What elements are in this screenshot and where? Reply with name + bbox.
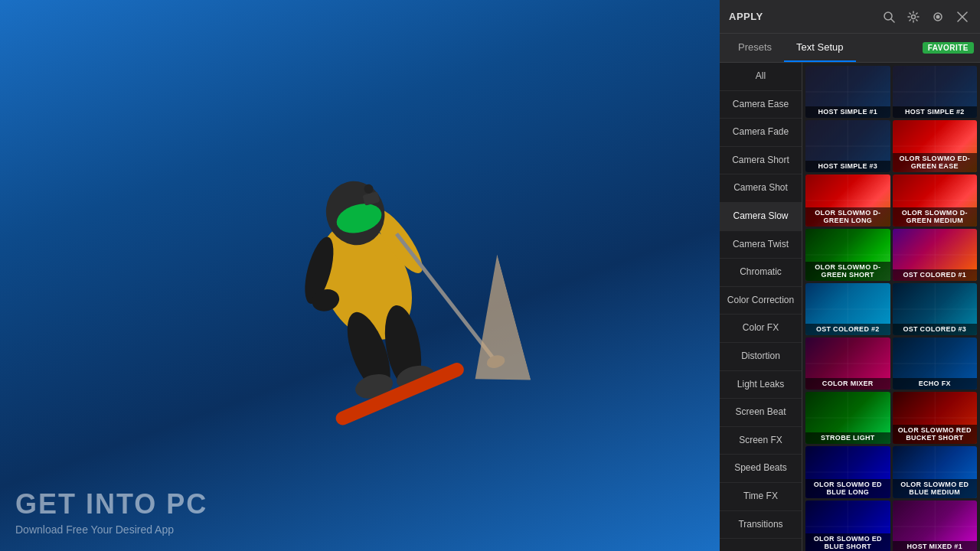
preset-thumb-17[interactable]: ★ OLOR SLOWMO ED BLUE SHORT: [805, 500, 890, 551]
category-item-camera-twist[interactable]: Camera Twist: [720, 231, 802, 259]
preset-thumb-9[interactable]: ★ OST COLORED #2: [805, 283, 890, 335]
category-item-time-fx[interactable]: Time FX: [720, 483, 802, 511]
tab-text-setup[interactable]: Text Setup: [784, 34, 855, 62]
preset-thumb-5[interactable]: ★ OLOR SLOWMO D-GREEN LONG: [805, 174, 890, 227]
preset-label: ECHO FX: [893, 378, 978, 390]
preset-thumb-14[interactable]: ★ OLOR SLOWMO RED BUCKET SHORT: [893, 392, 978, 444]
preset-label: OLOR SLOWMO ED BLUE LONG: [805, 479, 890, 498]
preset-label: OLOR SLOWMO D-GREEN MEDIUM: [893, 207, 978, 227]
preset-thumb-15[interactable]: ★ OLOR SLOWMO ED BLUE LONG: [805, 446, 890, 498]
category-item-light-leaks[interactable]: Light Leaks: [720, 371, 802, 399]
right-panel: APPLY: [720, 0, 980, 551]
preset-label: HOST MIXED #1: [893, 541, 978, 551]
watermark-title: GET INTO PC: [15, 488, 207, 520]
preset-label: OLOR SLOWMO ED BLUE SHORT: [805, 533, 890, 551]
category-item-transitions[interactable]: Transitions: [720, 511, 802, 540]
preset-label: OLOR SLOWMO ED-GREEN EASE: [893, 153, 978, 172]
category-item-screen-beat[interactable]: Screen Beat: [720, 399, 802, 427]
watermark-subtitle: Download Free Your Desired App: [15, 523, 207, 536]
category-item-color-correction[interactable]: Color Correction: [720, 287, 802, 315]
favorites-badge[interactable]: FAVORITE: [923, 42, 974, 54]
preset-label: OST COLORED #2: [805, 324, 890, 335]
preset-label: OLOR SLOWMO ED BLUE MEDIUM: [893, 479, 978, 498]
toolbar: APPLY: [720, 0, 980, 34]
preset-thumb-10[interactable]: ★ OST COLORED #3: [893, 283, 978, 335]
preset-label: OST COLORED #1: [893, 269, 978, 281]
category-item-camera-shot[interactable]: Camera Shot: [720, 174, 802, 203]
preset-thumb-12[interactable]: ★ ECHO FX: [893, 337, 978, 390]
preset-thumb-1[interactable]: ★ HOST SIMPLE #1: [805, 66, 890, 118]
preset-label: STROBE LIGHT: [805, 432, 890, 444]
category-item-color-fx[interactable]: Color FX: [720, 315, 802, 343]
preset-thumb-2[interactable]: ★ HOST SIMPLE #2: [893, 66, 978, 118]
category-list: AllCamera EaseCamera FadeCamera ShortCam…: [720, 63, 802, 551]
snowboarder-image: [189, 70, 531, 449]
svg-point-20: [936, 15, 940, 18]
preset-thumb-11[interactable]: ★ COLOR MIXER: [805, 337, 890, 390]
preset-label: HOST SIMPLE #1: [805, 106, 890, 118]
svg-point-18: [912, 15, 916, 18]
category-item-screen-fx[interactable]: Screen FX: [720, 427, 802, 455]
gear-icon[interactable]: [905, 8, 922, 25]
preset-thumb-6[interactable]: ★ OLOR SLOWMO D-GREEN MEDIUM: [893, 174, 978, 227]
category-item-camera-slow[interactable]: Camera Slow: [720, 203, 802, 231]
category-item-chromatic[interactable]: Chromatic: [720, 259, 802, 287]
apply-label: APPLY: [729, 11, 763, 22]
record-icon[interactable]: [929, 8, 946, 25]
preset-thumb-3[interactable]: ★ HOST SIMPLE #3: [805, 120, 890, 172]
tab-presets[interactable]: Presets: [726, 34, 784, 62]
category-item-distortion[interactable]: Distortion: [720, 343, 802, 371]
category-item-all[interactable]: All: [720, 63, 802, 91]
preset-thumb-13[interactable]: ★ STROBE LIGHT: [805, 392, 890, 444]
search-icon[interactable]: [880, 8, 897, 25]
svg-line-17: [891, 19, 894, 22]
panel-content: AllCamera EaseCamera FadeCamera ShortCam…: [720, 63, 980, 551]
video-preview: GET INTO PC Download Free Your Desired A…: [0, 0, 720, 551]
preset-thumb-7[interactable]: ★ OLOR SLOWMO D-GREEN SHORT: [805, 229, 890, 281]
category-item-camera-ease[interactable]: Camera Ease: [720, 91, 802, 119]
preset-label: HOST SIMPLE #2: [893, 106, 978, 118]
preset-label: OLOR SLOWMO D-GREEN SHORT: [805, 262, 890, 281]
watermark-overlay: GET INTO PC Download Free Your Desired A…: [15, 488, 207, 536]
category-item-camera-short[interactable]: Camera Short: [720, 147, 802, 175]
category-item-speed-beats[interactable]: Speed Beats: [720, 455, 802, 483]
preset-label: OST COLORED #3: [893, 324, 978, 335]
tabs-bar: Presets Text Setup FAVORITE: [720, 34, 980, 63]
presets-grid: ★ HOST SIMPLE #1★ HOST SIMPLE #2★ HOST S…: [802, 63, 980, 551]
preset-thumb-4[interactable]: ★ OLOR SLOWMO ED-GREEN EASE: [893, 120, 978, 172]
preset-label: COLOR MIXER: [805, 378, 890, 390]
preset-thumb-8[interactable]: ★ OST COLORED #1: [893, 229, 978, 281]
preset-label: OLOR SLOWMO D-GREEN LONG: [805, 207, 890, 227]
preset-thumb-18[interactable]: ★ HOST MIXED #1: [893, 500, 978, 551]
close-icon[interactable]: [954, 8, 971, 25]
category-item-camera-fade[interactable]: Camera Fade: [720, 119, 802, 147]
preset-label: OLOR SLOWMO RED BUCKET SHORT: [893, 425, 978, 444]
preset-thumb-16[interactable]: ★ OLOR SLOWMO ED BLUE MEDIUM: [893, 446, 978, 498]
preset-label: HOST SIMPLE #3: [805, 161, 890, 172]
